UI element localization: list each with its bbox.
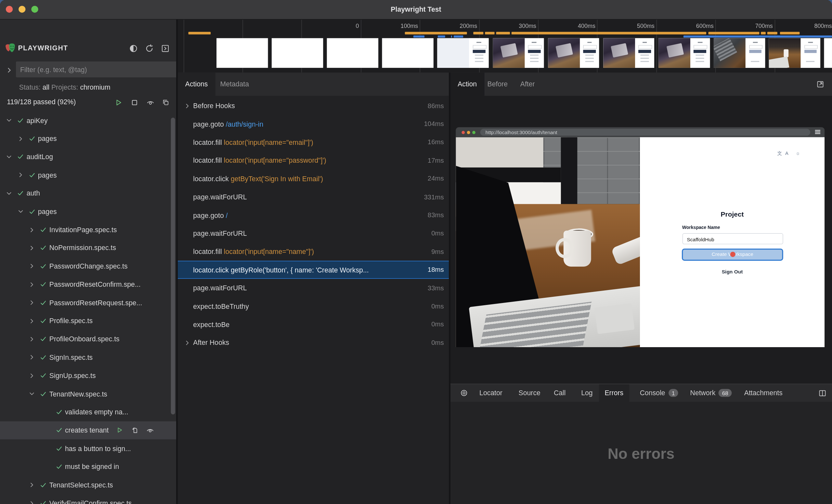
theme-toggle-icon[interactable] (129, 44, 138, 53)
chevron-right-icon[interactable] (28, 317, 36, 325)
chevron-down-icon[interactable] (5, 153, 13, 161)
chevron-right-icon[interactable] (28, 226, 36, 233)
tab-locator[interactable]: Locator (473, 384, 508, 402)
tree-item-profileonboard-spec-ts[interactable]: ProfileOnboard.spec.ts (0, 330, 176, 348)
film-strip-thumbnail[interactable] (769, 38, 820, 68)
tab-after[interactable]: After (513, 73, 542, 96)
collapse-filter-chevron-icon[interactable] (5, 66, 13, 74)
run-all-button[interactable] (115, 99, 123, 107)
collapse-all-icon[interactable] (162, 99, 170, 107)
toggle-panel-layout-icon[interactable] (818, 389, 827, 397)
chevron-down-icon[interactable] (5, 117, 13, 124)
pick-locator-icon[interactable] (454, 384, 473, 402)
chevron-right-icon[interactable] (28, 372, 36, 379)
tree-item-profile-spec-ts[interactable]: Profile.spec.ts (0, 312, 176, 330)
action-row-expect-tobe[interactable]: expect.toBe0ms (178, 316, 448, 334)
tree-item-validates-empty-na-[interactable]: validates empty na...1.2s (0, 403, 176, 421)
tab-errors[interactable]: Errors (599, 384, 629, 402)
chevron-right-icon[interactable] (28, 481, 36, 489)
film-strip-thumbnail[interactable] (216, 38, 268, 68)
tree-item-passwordchange-spec-ts[interactable]: PasswordChange.spec.ts (0, 257, 176, 275)
tree-item-tenantselect-spec-ts[interactable]: TenantSelect.spec.ts (0, 476, 176, 494)
chevron-right-icon[interactable] (28, 335, 36, 343)
watch-test-icon[interactable] (146, 427, 154, 434)
action-row-expect-tobetruthy[interactable]: expect.toBeTruthy0ms (178, 297, 448, 315)
chevron-right-icon[interactable] (28, 244, 36, 252)
status-line[interactable]: Status: all Projects: chromium (19, 83, 110, 91)
chevron-right-icon[interactable] (17, 171, 24, 179)
action-row-locator-click[interactable]: locator.click getByRole('button', { name… (178, 261, 448, 279)
chevron-down-icon[interactable] (28, 390, 36, 397)
tree-item-signin-spec-ts[interactable]: SignIn.spec.ts (0, 348, 176, 367)
tab-call[interactable]: Call (548, 384, 571, 402)
action-row-page-goto[interactable]: page.goto /83ms (178, 206, 448, 224)
film-strip-thumbnail[interactable] (382, 38, 434, 68)
film-strip-thumbnail[interactable] (658, 38, 710, 68)
action-row-page-waitforurl[interactable]: page.waitForURL0ms (178, 224, 448, 243)
run-test-icon[interactable] (116, 427, 123, 434)
toggle-output-panel-icon[interactable] (161, 44, 170, 53)
chevron-right-icon[interactable] (28, 354, 36, 361)
reload-icon[interactable] (145, 44, 154, 53)
film-strip-thumbnail[interactable] (714, 38, 765, 68)
tab-metadata[interactable]: Metadata (213, 73, 256, 96)
watch-all-icon[interactable] (147, 99, 154, 107)
chevron-down-icon[interactable] (17, 208, 24, 215)
workspace-name-input[interactable]: ScaffoldHub (682, 233, 783, 244)
film-strip-thumbnail[interactable] (603, 38, 654, 68)
chevron-right-icon[interactable] (28, 500, 36, 504)
projects-value[interactable]: chromium (80, 83, 110, 91)
tree-item-verifyemailconfirm-spec-ts[interactable]: VerifyEmailConfirm.spec.ts (0, 494, 176, 504)
tree-item-has-a-button-to-sign-[interactable]: has a button to sign...1.3s (0, 439, 176, 457)
chevron-right-icon[interactable] (17, 135, 24, 142)
stop-button[interactable] (131, 99, 138, 107)
tree-item-pages[interactable]: pages (0, 202, 176, 221)
tree-item-apikey[interactable]: apiKey (0, 111, 176, 130)
action-row-locator-click[interactable]: locator.click getByText('Sign In with Em… (178, 169, 448, 188)
tab-before[interactable]: Before (480, 73, 515, 96)
sign-out-link[interactable]: Sign Out (640, 269, 825, 274)
sidebar-scrollbar[interactable] (171, 117, 175, 414)
chevron-down-icon[interactable] (5, 190, 13, 197)
chevron-right-icon[interactable] (28, 281, 36, 288)
chevron-right-icon[interactable] (28, 262, 36, 270)
tree-item-invitationpage-spec-ts[interactable]: InvitationPage.spec.ts (0, 221, 176, 239)
tree-item-must-be-signed-in[interactable]: must be signed in287ms (0, 457, 176, 476)
tree-item-auth[interactable]: auth (0, 184, 176, 202)
tree-item-nopermission-spec-ts[interactable]: NoPermission.spec.ts (0, 239, 176, 257)
tab-network[interactable]: Network68 (684, 384, 738, 402)
film-strip-thumbnail[interactable] (548, 38, 599, 68)
open-source-icon[interactable] (131, 427, 138, 434)
action-row-after-hooks[interactable]: After Hooks0ms (178, 334, 448, 352)
tree-item-signup-spec-ts[interactable]: SignUp.spec.ts (0, 367, 176, 385)
trace-timeline[interactable]: 0100ms200ms300ms400ms500ms600ms700ms800m… (178, 20, 832, 72)
tree-item-creates-tenant[interactable]: creates tenant (0, 421, 176, 439)
tree-item-pages[interactable]: pages (0, 166, 176, 184)
chevron-right-icon[interactable] (184, 339, 191, 346)
tab-actions[interactable]: Actions (178, 73, 215, 96)
film-strip-thumbnail[interactable] (824, 38, 832, 68)
tab-attachments[interactable]: Attachments (738, 384, 788, 402)
tree-item-auditlog[interactable]: auditLog (0, 148, 176, 166)
action-row-locator-fill[interactable]: locator.fill locator('input[name="name"]… (178, 243, 448, 261)
film-strip-thumbnail[interactable] (493, 38, 544, 68)
tab-console[interactable]: Console1 (634, 384, 684, 402)
filter-input[interactable] (16, 61, 177, 77)
action-row-locator-fill[interactable]: locator.fill locator('input[name="passwo… (178, 151, 448, 169)
tree-item-passwordresetrequest-spe-[interactable]: PasswordResetRequest.spe... (0, 293, 176, 312)
film-strip-thumbnail[interactable] (272, 38, 323, 68)
chevron-right-icon[interactable] (184, 102, 191, 109)
tab-action[interactable]: Action (450, 73, 484, 96)
status-value[interactable]: all (43, 83, 49, 91)
action-row-locator-fill[interactable]: locator.fill locator('input[name="email"… (178, 133, 448, 151)
film-strip-thumbnail[interactable] (327, 38, 378, 68)
action-row-page-waitforurl[interactable]: page.waitForURL33ms (178, 279, 448, 297)
dev-overlay-icons[interactable]: 文A ☼ (777, 150, 803, 157)
tree-item-tenantnew-spec-ts[interactable]: TenantNew.spec.ts (0, 385, 176, 403)
tree-item-passwordresetconfirm-spe-[interactable]: PasswordResetConfirm.spe... (0, 275, 176, 293)
film-strip-thumbnail[interactable] (438, 38, 489, 68)
open-snapshot-external-icon[interactable] (816, 80, 825, 88)
tab-source[interactable]: Source (513, 384, 546, 402)
tree-item-pages[interactable]: pages (0, 130, 176, 148)
tab-log[interactable]: Log (575, 384, 598, 402)
